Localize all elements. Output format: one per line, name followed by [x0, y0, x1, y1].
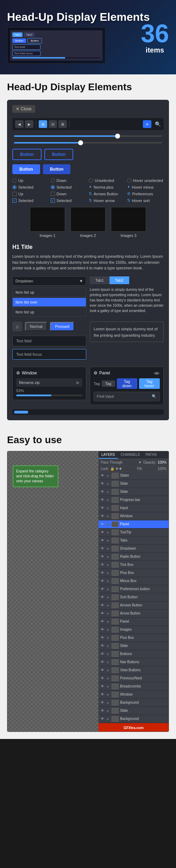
window-col: ⚙ Window filename.zip ▶ 53% — [12, 367, 86, 405]
layer-item-window2[interactable]: 👁 ▶ Window — [99, 691, 169, 699]
layer-item-viewbtns[interactable]: 👁 ▶ View Buttons — [99, 666, 169, 674]
file-row[interactable]: filename.zip ▶ — [16, 378, 82, 387]
tag-down-btn[interactable]: Tag down — [117, 378, 137, 389]
layer-thumb — [112, 692, 119, 697]
arrows-button[interactable]: ⇅ Arrows Button — [89, 191, 126, 196]
radio-down[interactable]: Down — [51, 178, 88, 183]
state-pressed-btn[interactable]: Pressed — [50, 322, 74, 331]
checkbox-down[interactable]: Down — [51, 191, 88, 196]
radio-circle-unselected — [89, 178, 93, 183]
layer-item-input[interactable]: 👁 ▶ Input — [99, 504, 169, 512]
layer-item-bg1[interactable]: 👁 ▶ Background — [99, 699, 169, 707]
layer-item-window[interactable]: 👁 ▶ Window — [99, 512, 169, 520]
layer-item-panel2[interactable]: 👁 ▶ Panel — [99, 618, 169, 626]
radio-unselected[interactable]: Unselected — [89, 178, 126, 183]
toolbar-plus-btn[interactable]: + — [143, 120, 151, 128]
toolbar-prev-btn[interactable]: ◀ — [15, 120, 24, 128]
list-item-2[interactable]: Item list over — [12, 298, 86, 307]
radio-selected-1[interactable]: Selected — [12, 185, 49, 189]
layer-item-images[interactable]: 👁 ▶ Images — [99, 626, 169, 634]
find-input[interactable]: Find input 🔍 — [94, 392, 160, 401]
layer-eye-icon: 👁 — [101, 571, 106, 575]
layer-item-plusbox[interactable]: 👁 ▶ Plus Box — [99, 569, 169, 577]
layer-item-breadcrumbs[interactable]: 👁 ▶ Breadcrumbs — [99, 683, 169, 691]
radio-up[interactable]: Up — [12, 178, 49, 183]
layer-item-sortbtn[interactable]: 👁 ▶ Sort Button — [99, 593, 169, 601]
button-1[interactable]: Button — [12, 149, 42, 160]
layer-item-plusbox2[interactable]: 👁 ▶ Plus Box — [99, 634, 169, 642]
button-3[interactable]: Button — [12, 164, 40, 174]
slider-track-2[interactable] — [14, 142, 162, 143]
hover-sort[interactable]: ⇅ Hover sort — [127, 198, 164, 203]
toolbar-grid2-btn[interactable]: ⊟ — [49, 120, 57, 128]
layer-item-prevnext[interactable]: 👁 ▶ Previous/Next — [99, 674, 169, 683]
hover-arrow[interactable]: ⇅ Hover arrow — [89, 198, 126, 203]
button-4[interactable]: Button — [43, 164, 71, 174]
layer-item-buttons[interactable]: 👁 ▶ Buttons — [99, 650, 169, 658]
list-item-3[interactable]: Item list up — [12, 307, 86, 317]
tab-text: Lorem Ipsum is simply dummy text of the … — [90, 288, 164, 313]
progress-pct: 53% — [16, 389, 82, 393]
layer-item-panel[interactable]: 👁 ▶ Panel — [99, 520, 169, 528]
layer-item-navbtns[interactable]: 👁 ▶ Nav Buttons — [99, 658, 169, 666]
fill-value: 100% — [157, 467, 166, 471]
radio-hover-unselected[interactable]: Hover unselected — [127, 178, 164, 183]
layers-tab-layers[interactable]: LAYERS — [99, 451, 118, 459]
preferences-icon: ⚙ — [127, 191, 131, 196]
tab-2[interactable]: Tab2 — [109, 276, 129, 284]
layer-item-dropdown[interactable]: 👁 ▶ Dropdown — [99, 545, 169, 553]
layer-item-progress[interactable]: 👁 ▶ Progress bar — [99, 496, 169, 504]
layer-arrow-icon: ▶ — [107, 652, 109, 656]
tag-hover-btn[interactable]: Tag hover — [139, 378, 160, 389]
layer-eye-icon: 👁 — [101, 628, 106, 631]
layers-tab-channels[interactable]: CHANNELS — [118, 451, 143, 459]
window-title-label: Window — [22, 371, 37, 375]
layer-item-prefbtn[interactable]: 👁 ▶ Preferences button — [99, 585, 169, 593]
checkbox-up[interactable]: Up — [12, 191, 49, 196]
tab-1[interactable]: Tab1 — [90, 276, 109, 284]
toolbar-next-btn[interactable]: ▶ — [25, 120, 33, 128]
tooltip-green: Expand the category and click-drag the f… — [13, 465, 58, 487]
layer-item-radio[interactable]: 👁 ▶ Radio Button — [99, 553, 169, 561]
layers-tab-paths[interactable]: PATHS — [143, 451, 159, 459]
layer-item-slide2[interactable]: 👁 ▶ Slide — [99, 488, 169, 496]
toolbar-grid1-btn[interactable]: ⊞ — [39, 120, 47, 128]
slider-track-1[interactable] — [14, 135, 162, 137]
layer-item-minusbox[interactable]: 👁 ▶ Minus Box — [99, 577, 169, 585]
arrow-hover-minus[interactable]: ✦ Hover minus — [127, 185, 164, 189]
checkbox-selected-2[interactable]: ✓ Selected — [51, 198, 88, 203]
dropdown-field[interactable]: Dropdown ▼ — [12, 276, 86, 286]
close-button[interactable]: ✕ Close — [12, 105, 35, 113]
toolbar-search-btn[interactable]: 🔍 — [155, 121, 161, 127]
tag-default-btn[interactable]: Tag — [102, 380, 115, 387]
layer-thumb — [112, 651, 119, 657]
text-field-focus[interactable]: Text field focus — [12, 349, 86, 360]
layer-item-arrowbtn[interactable]: 👁 ▶ Arrow Button — [99, 610, 169, 618]
scroll-area[interactable] — [12, 409, 164, 415]
slider-thumb-1[interactable] — [115, 134, 120, 139]
scroll-thumb[interactable] — [14, 411, 28, 414]
layer-item-tooltip[interactable]: 👁 ▶ ToolTip — [99, 528, 169, 537]
layer-item-slide1[interactable]: 👁 ▶ Slide — [99, 480, 169, 488]
layer-item-slide4[interactable]: 👁 ▶ Slide — [99, 707, 169, 715]
text-field[interactable]: Text field — [12, 336, 86, 346]
list-item-1[interactable]: Item list up — [12, 288, 86, 297]
button-3-label: Button — [19, 167, 33, 172]
layer-name: Plus Box — [120, 636, 166, 640]
checkbox-selected-1[interactable]: ✓ Selected — [12, 198, 49, 203]
preferences-item[interactable]: ⚙ Preferences — [127, 191, 164, 196]
layer-eye-icon: 👁 — [101, 701, 106, 704]
layer-item-arrowsbtn[interactable]: 👁 ▶ Arrows Button — [99, 601, 169, 610]
layer-item-bg2[interactable]: 👁 ▶ Background — [99, 715, 169, 723]
button-2[interactable]: Button — [44, 149, 74, 160]
state-normal-btn[interactable]: Normal — [25, 322, 47, 331]
toolbar-grid3-btn[interactable]: ⊠ — [58, 120, 67, 128]
layer-item-tabs[interactable]: 👁 ▶ Tabs — [99, 537, 169, 545]
layer-item-slider[interactable]: 👁 ▶ Slider — [99, 472, 169, 480]
radio-selected-2[interactable]: Selected — [51, 185, 88, 189]
slider-thumb-2[interactable] — [78, 140, 83, 145]
layer-item-tickbox[interactable]: 👁 ▶ Tick Box — [99, 561, 169, 569]
layer-item-slide3[interactable]: 👁 ▶ Slide — [99, 642, 169, 650]
layer-eye-icon: 👁 — [101, 587, 106, 591]
arrow-norma-plus[interactable]: ✦ Norma plus — [89, 185, 126, 189]
